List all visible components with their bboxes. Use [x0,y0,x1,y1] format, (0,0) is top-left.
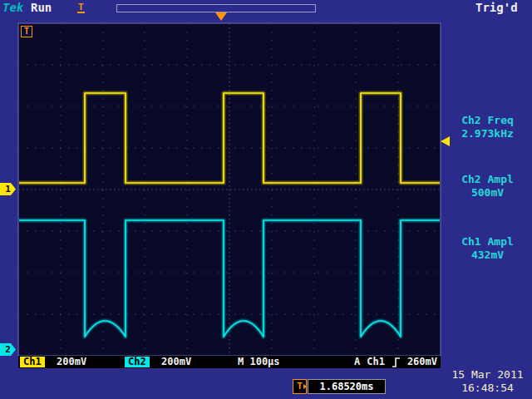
delay-arrow-icon [303,384,307,389]
delay-t-label: T [297,381,303,392]
tek-logo: Tek [2,1,23,14]
ch2-volts-per-div: 200mV [161,357,191,367]
measurement-label: Ch2 Freq [445,114,530,127]
delay-time-readout: 1.68520ms [308,379,386,394]
header-trigger-t-icon: T [77,2,85,13]
scope-display [0,0,532,399]
trigger-prefix: A [354,357,360,367]
measurement-value: 2.973kHz [445,127,530,140]
measurement-ch2-ampl: Ch2 Ampl 500mV [445,173,530,200]
delay-t-icon: T [293,379,307,394]
acquisition-status: Run [31,1,52,14]
ch1-channel-tag: Ch1 [20,357,45,367]
ch1-volts-per-div: 200mV [57,357,86,367]
measurement-label: Ch1 Ampl [445,235,530,249]
trigger-status: Trig'd [475,1,518,14]
measurement-ch1-ampl: Ch1 Ampl 432mV [445,235,530,262]
time-readout: 16:48:54 [445,382,530,395]
trigger-level: 260mV [407,357,437,367]
measurement-label: Ch2 Ampl [445,173,530,186]
trigger-source: Ch1 [367,357,385,367]
trigger-readout: A Ch1 260mV [354,357,437,367]
date-readout: 15 Mar 2011 [445,368,530,382]
datetime-readout: 15 Mar 2011 16:48:54 [445,368,530,395]
measurement-value: 432mV [445,249,530,262]
timebase-readout: M 100µs [238,357,280,367]
measurement-value: 500mV [445,186,530,200]
trigger-position-arrow-icon [215,12,227,21]
status-bar: Ch1 200mV Ch2 200mV M 100µs A Ch1 260mV [18,356,441,368]
rising-edge-icon [392,357,401,367]
ch2-channel-tag: Ch2 [125,357,150,367]
record-view-bar [116,4,316,12]
trigger-t-marker: T [21,26,32,37]
measurement-ch2-freq: Ch2 Freq 2.973kHz [445,114,530,140]
